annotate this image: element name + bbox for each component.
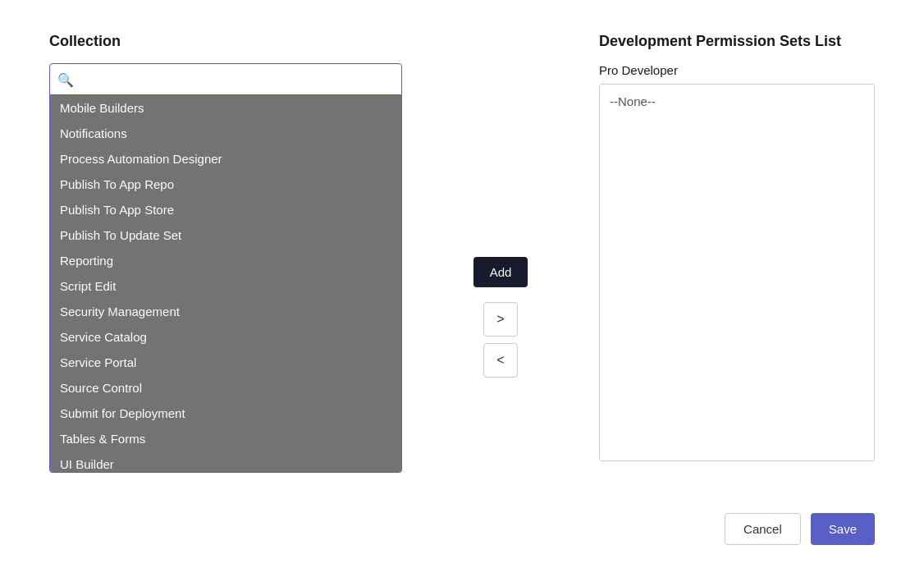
list-item[interactable]: Tables & Forms <box>50 426 401 451</box>
move-right-button[interactable]: > <box>483 302 518 337</box>
list-item[interactable]: Submit for Deployment <box>50 401 401 426</box>
move-left-icon: < <box>496 353 504 368</box>
move-right-icon: > <box>496 312 504 327</box>
list-item[interactable]: UI Builder <box>50 451 401 473</box>
list-item[interactable]: Process Automation Designer <box>50 146 401 172</box>
add-button[interactable]: Add <box>473 257 528 287</box>
permission-list-box: --None-- <box>599 84 875 461</box>
permission-sets-title: Development Permission Sets List <box>599 33 875 50</box>
list-item[interactable]: Service Portal <box>50 350 401 375</box>
list-item[interactable]: Script Edit <box>50 273 401 299</box>
list-item[interactable]: Source Control <box>50 375 401 401</box>
list-item[interactable]: Notifications <box>50 121 401 146</box>
list-item[interactable]: Publish To Update Set <box>50 222 401 248</box>
bottom-actions: Cancel Save <box>725 513 875 545</box>
transfer-controls: Add > < <box>468 33 533 535</box>
list-item[interactable]: Reporting <box>50 248 401 273</box>
collection-title: Collection <box>49 33 402 50</box>
collection-list: Mobile BuildersNotificationsProcess Auto… <box>49 95 402 473</box>
list-item[interactable]: Service Catalog <box>50 324 401 350</box>
list-item[interactable]: Publish To App Repo <box>50 172 401 197</box>
search-input[interactable] <box>49 63 402 95</box>
list-item[interactable]: Publish To App Store <box>50 197 401 222</box>
list-item[interactable]: Security Management <box>50 299 401 324</box>
list-item[interactable]: Mobile Builders <box>50 95 401 121</box>
move-left-button[interactable]: < <box>483 343 518 378</box>
cancel-button[interactable]: Cancel <box>725 513 801 545</box>
pro-developer-label: Pro Developer <box>599 63 875 77</box>
save-button[interactable]: Save <box>811 513 875 545</box>
none-value: --None-- <box>610 94 656 108</box>
